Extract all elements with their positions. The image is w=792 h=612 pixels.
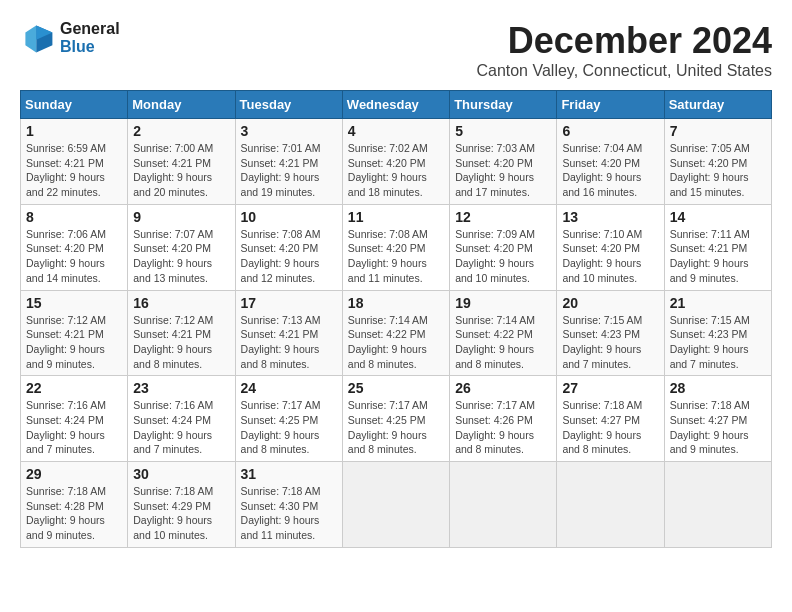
- day-cell: 30Sunrise: 7:18 AM Sunset: 4:29 PM Dayli…: [128, 462, 235, 548]
- day-info: Sunrise: 7:08 AM Sunset: 4:20 PM Dayligh…: [241, 227, 337, 286]
- day-info: Sunrise: 7:15 AM Sunset: 4:23 PM Dayligh…: [562, 313, 658, 372]
- day-cell: 2Sunrise: 7:00 AM Sunset: 4:21 PM Daylig…: [128, 119, 235, 205]
- header-row: SundayMondayTuesdayWednesdayThursdayFrid…: [21, 91, 772, 119]
- day-cell: 31Sunrise: 7:18 AM Sunset: 4:30 PM Dayli…: [235, 462, 342, 548]
- day-number: 24: [241, 380, 337, 396]
- day-number: 26: [455, 380, 551, 396]
- header-cell-saturday: Saturday: [664, 91, 771, 119]
- day-cell: 10Sunrise: 7:08 AM Sunset: 4:20 PM Dayli…: [235, 204, 342, 290]
- day-number: 4: [348, 123, 444, 139]
- day-number: 9: [133, 209, 229, 225]
- day-cell: 28Sunrise: 7:18 AM Sunset: 4:27 PM Dayli…: [664, 376, 771, 462]
- day-info: Sunrise: 7:03 AM Sunset: 4:20 PM Dayligh…: [455, 141, 551, 200]
- day-cell: 5Sunrise: 7:03 AM Sunset: 4:20 PM Daylig…: [450, 119, 557, 205]
- day-number: 27: [562, 380, 658, 396]
- page-header: General Blue December 2024 Canton Valley…: [20, 20, 772, 80]
- header-cell-friday: Friday: [557, 91, 664, 119]
- logo: General Blue: [20, 20, 120, 56]
- week-row-4: 22Sunrise: 7:16 AM Sunset: 4:24 PM Dayli…: [21, 376, 772, 462]
- day-info: Sunrise: 7:00 AM Sunset: 4:21 PM Dayligh…: [133, 141, 229, 200]
- day-number: 11: [348, 209, 444, 225]
- day-number: 18: [348, 295, 444, 311]
- day-number: 17: [241, 295, 337, 311]
- calendar-header: SundayMondayTuesdayWednesdayThursdayFrid…: [21, 91, 772, 119]
- day-number: 2: [133, 123, 229, 139]
- day-info: Sunrise: 6:59 AM Sunset: 4:21 PM Dayligh…: [26, 141, 122, 200]
- day-cell: 7Sunrise: 7:05 AM Sunset: 4:20 PM Daylig…: [664, 119, 771, 205]
- day-number: 12: [455, 209, 551, 225]
- day-info: Sunrise: 7:16 AM Sunset: 4:24 PM Dayligh…: [26, 398, 122, 457]
- day-info: Sunrise: 7:18 AM Sunset: 4:29 PM Dayligh…: [133, 484, 229, 543]
- day-info: Sunrise: 7:10 AM Sunset: 4:20 PM Dayligh…: [562, 227, 658, 286]
- day-info: Sunrise: 7:18 AM Sunset: 4:27 PM Dayligh…: [562, 398, 658, 457]
- day-number: 25: [348, 380, 444, 396]
- day-cell: [664, 462, 771, 548]
- day-info: Sunrise: 7:09 AM Sunset: 4:20 PM Dayligh…: [455, 227, 551, 286]
- header-cell-sunday: Sunday: [21, 91, 128, 119]
- day-info: Sunrise: 7:01 AM Sunset: 4:21 PM Dayligh…: [241, 141, 337, 200]
- day-info: Sunrise: 7:17 AM Sunset: 4:25 PM Dayligh…: [348, 398, 444, 457]
- day-number: 1: [26, 123, 122, 139]
- day-info: Sunrise: 7:08 AM Sunset: 4:20 PM Dayligh…: [348, 227, 444, 286]
- day-info: Sunrise: 7:06 AM Sunset: 4:20 PM Dayligh…: [26, 227, 122, 286]
- day-info: Sunrise: 7:02 AM Sunset: 4:20 PM Dayligh…: [348, 141, 444, 200]
- day-cell: 17Sunrise: 7:13 AM Sunset: 4:21 PM Dayli…: [235, 290, 342, 376]
- day-info: Sunrise: 7:18 AM Sunset: 4:28 PM Dayligh…: [26, 484, 122, 543]
- day-number: 28: [670, 380, 766, 396]
- day-number: 3: [241, 123, 337, 139]
- header-cell-thursday: Thursday: [450, 91, 557, 119]
- day-info: Sunrise: 7:14 AM Sunset: 4:22 PM Dayligh…: [348, 313, 444, 372]
- logo-icon: [20, 20, 56, 56]
- day-cell: 1Sunrise: 6:59 AM Sunset: 4:21 PM Daylig…: [21, 119, 128, 205]
- day-cell: 27Sunrise: 7:18 AM Sunset: 4:27 PM Dayli…: [557, 376, 664, 462]
- week-row-2: 8Sunrise: 7:06 AM Sunset: 4:20 PM Daylig…: [21, 204, 772, 290]
- day-info: Sunrise: 7:11 AM Sunset: 4:21 PM Dayligh…: [670, 227, 766, 286]
- day-number: 23: [133, 380, 229, 396]
- day-number: 22: [26, 380, 122, 396]
- day-number: 13: [562, 209, 658, 225]
- day-number: 10: [241, 209, 337, 225]
- day-info: Sunrise: 7:16 AM Sunset: 4:24 PM Dayligh…: [133, 398, 229, 457]
- day-info: Sunrise: 7:17 AM Sunset: 4:25 PM Dayligh…: [241, 398, 337, 457]
- day-info: Sunrise: 7:05 AM Sunset: 4:20 PM Dayligh…: [670, 141, 766, 200]
- day-cell: 21Sunrise: 7:15 AM Sunset: 4:23 PM Dayli…: [664, 290, 771, 376]
- day-cell: 24Sunrise: 7:17 AM Sunset: 4:25 PM Dayli…: [235, 376, 342, 462]
- week-row-5: 29Sunrise: 7:18 AM Sunset: 4:28 PM Dayli…: [21, 462, 772, 548]
- day-cell: 29Sunrise: 7:18 AM Sunset: 4:28 PM Dayli…: [21, 462, 128, 548]
- day-cell: [342, 462, 449, 548]
- day-number: 31: [241, 466, 337, 482]
- subtitle: Canton Valley, Connecticut, United State…: [476, 62, 772, 80]
- day-number: 6: [562, 123, 658, 139]
- week-row-3: 15Sunrise: 7:12 AM Sunset: 4:21 PM Dayli…: [21, 290, 772, 376]
- day-cell: 8Sunrise: 7:06 AM Sunset: 4:20 PM Daylig…: [21, 204, 128, 290]
- day-info: Sunrise: 7:15 AM Sunset: 4:23 PM Dayligh…: [670, 313, 766, 372]
- day-cell: 20Sunrise: 7:15 AM Sunset: 4:23 PM Dayli…: [557, 290, 664, 376]
- day-cell: 23Sunrise: 7:16 AM Sunset: 4:24 PM Dayli…: [128, 376, 235, 462]
- day-cell: 6Sunrise: 7:04 AM Sunset: 4:20 PM Daylig…: [557, 119, 664, 205]
- day-info: Sunrise: 7:13 AM Sunset: 4:21 PM Dayligh…: [241, 313, 337, 372]
- day-cell: 19Sunrise: 7:14 AM Sunset: 4:22 PM Dayli…: [450, 290, 557, 376]
- day-number: 5: [455, 123, 551, 139]
- header-cell-monday: Monday: [128, 91, 235, 119]
- day-cell: 11Sunrise: 7:08 AM Sunset: 4:20 PM Dayli…: [342, 204, 449, 290]
- day-info: Sunrise: 7:18 AM Sunset: 4:27 PM Dayligh…: [670, 398, 766, 457]
- calendar-table: SundayMondayTuesdayWednesdayThursdayFrid…: [20, 90, 772, 548]
- day-cell: 4Sunrise: 7:02 AM Sunset: 4:20 PM Daylig…: [342, 119, 449, 205]
- day-cell: [450, 462, 557, 548]
- day-info: Sunrise: 7:17 AM Sunset: 4:26 PM Dayligh…: [455, 398, 551, 457]
- svg-marker-1: [25, 25, 36, 52]
- day-number: 20: [562, 295, 658, 311]
- day-cell: 25Sunrise: 7:17 AM Sunset: 4:25 PM Dayli…: [342, 376, 449, 462]
- calendar-body: 1Sunrise: 6:59 AM Sunset: 4:21 PM Daylig…: [21, 119, 772, 548]
- day-cell: 12Sunrise: 7:09 AM Sunset: 4:20 PM Dayli…: [450, 204, 557, 290]
- day-cell: 15Sunrise: 7:12 AM Sunset: 4:21 PM Dayli…: [21, 290, 128, 376]
- day-number: 7: [670, 123, 766, 139]
- week-row-1: 1Sunrise: 6:59 AM Sunset: 4:21 PM Daylig…: [21, 119, 772, 205]
- header-cell-tuesday: Tuesday: [235, 91, 342, 119]
- day-number: 14: [670, 209, 766, 225]
- day-info: Sunrise: 7:07 AM Sunset: 4:20 PM Dayligh…: [133, 227, 229, 286]
- day-number: 29: [26, 466, 122, 482]
- day-number: 30: [133, 466, 229, 482]
- day-cell: 26Sunrise: 7:17 AM Sunset: 4:26 PM Dayli…: [450, 376, 557, 462]
- day-number: 8: [26, 209, 122, 225]
